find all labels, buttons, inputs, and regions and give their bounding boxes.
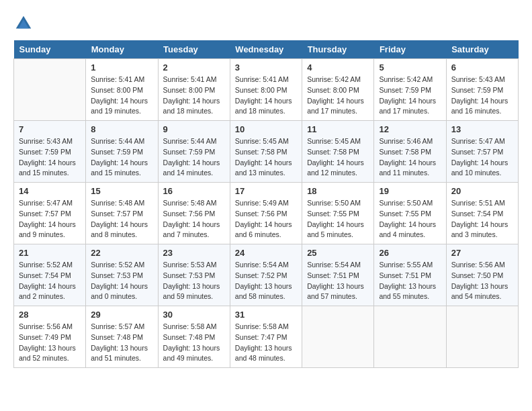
calendar-cell: 8Sunrise: 5:44 AM Sunset: 7:59 PM Daylig…: [86, 121, 158, 183]
header-friday: Friday: [374, 40, 446, 59]
day-info: Sunrise: 5:43 AM Sunset: 7:59 PM Dayligh…: [451, 75, 513, 117]
day-info: Sunrise: 5:41 AM Sunset: 8:00 PM Dayligh…: [163, 75, 225, 117]
day-number: 29: [91, 310, 152, 320]
calendar-cell: 13Sunrise: 5:47 AM Sunset: 7:57 PM Dayli…: [446, 121, 518, 183]
calendar-cell: 11Sunrise: 5:45 AM Sunset: 7:58 PM Dayli…: [302, 121, 374, 183]
calendar-cell: 9Sunrise: 5:44 AM Sunset: 7:59 PM Daylig…: [158, 121, 230, 183]
calendar-cell: 1Sunrise: 5:41 AM Sunset: 8:00 PM Daylig…: [86, 59, 158, 121]
day-info: Sunrise: 5:41 AM Sunset: 8:00 PM Dayligh…: [235, 75, 297, 117]
day-number: 26: [379, 248, 441, 258]
day-number: 28: [19, 310, 81, 320]
calendar-header-row: SundayMondayTuesdayWednesdayThursdayFrid…: [14, 40, 519, 59]
calendar-cell: 19Sunrise: 5:50 AM Sunset: 7:55 PM Dayli…: [374, 183, 446, 244]
calendar-cell: 21Sunrise: 5:52 AM Sunset: 7:54 PM Dayli…: [14, 244, 86, 306]
calendar-cell: 27Sunrise: 5:56 AM Sunset: 7:50 PM Dayli…: [446, 244, 518, 306]
calendar-cell: 26Sunrise: 5:55 AM Sunset: 7:51 PM Dayli…: [374, 244, 446, 306]
day-number: 12: [379, 124, 441, 134]
header-thursday: Thursday: [302, 40, 374, 59]
day-number: 20: [451, 186, 513, 196]
calendar-week-1: 1Sunrise: 5:41 AM Sunset: 8:00 PM Daylig…: [14, 59, 519, 121]
day-info: Sunrise: 5:44 AM Sunset: 7:59 PM Dayligh…: [163, 136, 225, 179]
day-number: 6: [451, 62, 513, 73]
day-info: Sunrise: 5:45 AM Sunset: 7:58 PM Dayligh…: [307, 136, 369, 179]
header-saturday: Saturday: [446, 40, 518, 59]
day-info: Sunrise: 5:47 AM Sunset: 7:57 PM Dayligh…: [451, 136, 513, 179]
calendar-cell: 3Sunrise: 5:41 AM Sunset: 8:00 PM Daylig…: [230, 59, 302, 121]
day-number: 15: [91, 186, 152, 196]
day-info: Sunrise: 5:51 AM Sunset: 7:54 PM Dayligh…: [451, 198, 513, 240]
day-info: Sunrise: 5:43 AM Sunset: 7:59 PM Dayligh…: [19, 136, 81, 179]
calendar-cell: [446, 306, 518, 368]
day-info: Sunrise: 5:54 AM Sunset: 7:51 PM Dayligh…: [307, 260, 369, 302]
calendar-cell: 2Sunrise: 5:41 AM Sunset: 8:00 PM Daylig…: [158, 59, 230, 121]
day-number: 1: [91, 62, 152, 73]
day-number: 14: [19, 186, 81, 196]
calendar-cell: 4Sunrise: 5:42 AM Sunset: 8:00 PM Daylig…: [302, 59, 374, 121]
calendar-cell: 6Sunrise: 5:43 AM Sunset: 7:59 PM Daylig…: [446, 59, 518, 121]
day-info: Sunrise: 5:50 AM Sunset: 7:55 PM Dayligh…: [307, 198, 369, 240]
day-number: 11: [307, 124, 369, 134]
day-info: Sunrise: 5:45 AM Sunset: 7:58 PM Dayligh…: [235, 136, 297, 179]
calendar-cell: 12Sunrise: 5:46 AM Sunset: 7:58 PM Dayli…: [374, 121, 446, 183]
day-info: Sunrise: 5:56 AM Sunset: 7:50 PM Dayligh…: [451, 260, 513, 302]
day-info: Sunrise: 5:57 AM Sunset: 7:48 PM Dayligh…: [91, 322, 152, 364]
day-info: Sunrise: 5:42 AM Sunset: 7:59 PM Dayligh…: [379, 75, 441, 117]
day-number: 27: [451, 248, 513, 258]
day-number: 9: [163, 124, 225, 134]
day-info: Sunrise: 5:42 AM Sunset: 8:00 PM Dayligh…: [307, 75, 369, 117]
day-number: 21: [19, 248, 81, 258]
day-info: Sunrise: 5:56 AM Sunset: 7:49 PM Dayligh…: [19, 322, 81, 364]
calendar-cell: 30Sunrise: 5:58 AM Sunset: 7:48 PM Dayli…: [158, 306, 230, 368]
calendar-cell: 14Sunrise: 5:47 AM Sunset: 7:57 PM Dayli…: [14, 183, 86, 244]
calendar-week-2: 7Sunrise: 5:43 AM Sunset: 7:59 PM Daylig…: [14, 121, 519, 183]
calendar-cell: 22Sunrise: 5:52 AM Sunset: 7:53 PM Dayli…: [86, 244, 158, 306]
day-info: Sunrise: 5:50 AM Sunset: 7:55 PM Dayligh…: [379, 198, 441, 240]
day-number: 31: [235, 310, 297, 320]
day-info: Sunrise: 5:58 AM Sunset: 7:47 PM Dayligh…: [235, 322, 297, 364]
day-number: 3: [235, 62, 297, 73]
day-number: 13: [451, 124, 513, 134]
calendar-cell: 23Sunrise: 5:53 AM Sunset: 7:53 PM Dayli…: [158, 244, 230, 306]
calendar-cell: 28Sunrise: 5:56 AM Sunset: 7:49 PM Dayli…: [14, 306, 86, 368]
day-info: Sunrise: 5:52 AM Sunset: 7:53 PM Dayligh…: [91, 260, 152, 302]
day-number: 19: [379, 186, 441, 196]
calendar-cell: 15Sunrise: 5:48 AM Sunset: 7:57 PM Dayli…: [86, 183, 158, 244]
day-info: Sunrise: 5:47 AM Sunset: 7:57 PM Dayligh…: [19, 198, 81, 240]
day-number: 24: [235, 248, 297, 258]
day-number: 23: [163, 248, 225, 258]
calendar-cell: 29Sunrise: 5:57 AM Sunset: 7:48 PM Dayli…: [86, 306, 158, 368]
day-number: 25: [307, 248, 369, 258]
calendar-cell: [374, 306, 446, 368]
calendar-cell: 5Sunrise: 5:42 AM Sunset: 7:59 PM Daylig…: [374, 59, 446, 121]
day-info: Sunrise: 5:52 AM Sunset: 7:54 PM Dayligh…: [19, 260, 81, 302]
calendar-cell: [302, 306, 374, 368]
calendar-table: SundayMondayTuesdayWednesdayThursdayFrid…: [13, 40, 519, 368]
calendar-week-5: 28Sunrise: 5:56 AM Sunset: 7:49 PM Dayli…: [14, 306, 519, 368]
day-info: Sunrise: 5:48 AM Sunset: 7:56 PM Dayligh…: [163, 198, 225, 240]
page-header: [13, 13, 519, 34]
day-info: Sunrise: 5:55 AM Sunset: 7:51 PM Dayligh…: [379, 260, 441, 302]
calendar-cell: 10Sunrise: 5:45 AM Sunset: 7:58 PM Dayli…: [230, 121, 302, 183]
day-number: 22: [91, 248, 152, 258]
day-info: Sunrise: 5:49 AM Sunset: 7:56 PM Dayligh…: [235, 198, 297, 240]
day-number: 18: [307, 186, 369, 196]
logo-icon: [13, 13, 34, 34]
calendar-cell: [14, 59, 86, 121]
calendar-cell: 25Sunrise: 5:54 AM Sunset: 7:51 PM Dayli…: [302, 244, 374, 306]
header-wednesday: Wednesday: [230, 40, 302, 59]
header-monday: Monday: [86, 40, 158, 59]
header-sunday: Sunday: [14, 40, 86, 59]
day-number: 7: [19, 124, 81, 134]
logo: [13, 13, 35, 34]
calendar-cell: 7Sunrise: 5:43 AM Sunset: 7:59 PM Daylig…: [14, 121, 86, 183]
day-info: Sunrise: 5:44 AM Sunset: 7:59 PM Dayligh…: [91, 136, 152, 179]
calendar-cell: 16Sunrise: 5:48 AM Sunset: 7:56 PM Dayli…: [158, 183, 230, 244]
calendar-cell: 31Sunrise: 5:58 AM Sunset: 7:47 PM Dayli…: [230, 306, 302, 368]
day-number: 4: [307, 62, 369, 73]
day-info: Sunrise: 5:41 AM Sunset: 8:00 PM Dayligh…: [91, 75, 152, 117]
header-tuesday: Tuesday: [158, 40, 230, 59]
day-number: 2: [163, 62, 225, 73]
day-info: Sunrise: 5:54 AM Sunset: 7:52 PM Dayligh…: [235, 260, 297, 302]
calendar-week-3: 14Sunrise: 5:47 AM Sunset: 7:57 PM Dayli…: [14, 183, 519, 244]
calendar-cell: 18Sunrise: 5:50 AM Sunset: 7:55 PM Dayli…: [302, 183, 374, 244]
